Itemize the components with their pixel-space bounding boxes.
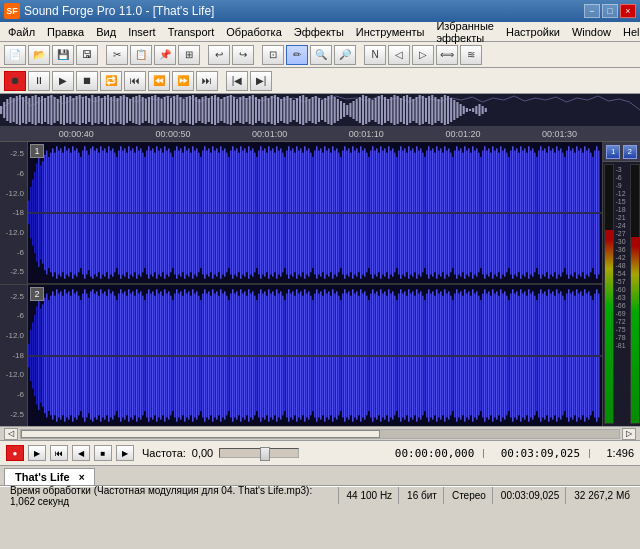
menu-settings[interactable]: Настройки — [500, 22, 566, 41]
copy-button[interactable]: 📋 — [130, 45, 152, 65]
svg-rect-141 — [438, 99, 440, 121]
channel2-waveform[interactable]: 2 — [28, 285, 602, 426]
save-all-button[interactable]: 🖫 — [76, 45, 98, 65]
svg-rect-108 — [334, 97, 336, 123]
spectrum[interactable]: ≋ — [460, 45, 482, 65]
waveform-channels[interactable]: 1 — [28, 142, 602, 426]
sample-count-display: 1:496 — [606, 447, 634, 459]
undo-button[interactable]: ↩ — [208, 45, 230, 65]
maximize-button[interactable]: □ — [602, 4, 618, 18]
scroll-left-btn[interactable]: ◁ — [4, 428, 18, 440]
normalize[interactable]: N — [364, 45, 386, 65]
svg-rect-37 — [110, 97, 112, 123]
bc-stop-btn[interactable]: ■ — [94, 445, 112, 461]
svg-rect-53 — [161, 99, 163, 121]
svg-rect-18 — [50, 95, 52, 125]
stop-button[interactable]: ⏹ — [76, 71, 98, 91]
db-label-ch1-5: -12.0 — [0, 228, 27, 237]
svg-rect-85 — [261, 97, 263, 123]
pencil-tool[interactable]: ✏ — [286, 45, 308, 65]
svg-rect-119 — [368, 98, 370, 122]
meter-btn-1[interactable]: 1 — [606, 145, 620, 159]
menu-view[interactable]: Вид — [90, 22, 122, 41]
svg-rect-111 — [343, 103, 345, 117]
svg-rect-98 — [302, 95, 304, 125]
save-button[interactable]: 💾 — [52, 45, 74, 65]
menu-process[interactable]: Обработка — [220, 22, 287, 41]
svg-rect-19 — [54, 97, 56, 123]
scroll-right-btn[interactable]: ▷ — [622, 428, 636, 440]
new-button[interactable]: 📄 — [4, 45, 26, 65]
paste-special[interactable]: ⊞ — [178, 45, 200, 65]
freq-thumb[interactable] — [260, 447, 270, 461]
svg-rect-64 — [195, 97, 197, 123]
freq-slider[interactable] — [219, 448, 299, 458]
scroll-thumb[interactable] — [21, 430, 380, 438]
db-label-ch1-top: -2.5 — [0, 149, 27, 158]
file-tab[interactable]: That's Life × — [4, 468, 95, 485]
svg-rect-99 — [305, 97, 307, 123]
menu-tools[interactable]: Инструменты — [350, 22, 431, 41]
menu-effects[interactable]: Эффекты — [288, 22, 350, 41]
fade-in[interactable]: ◁ — [388, 45, 410, 65]
tab-close[interactable]: × — [79, 472, 85, 483]
db-label-ch2-bot: -2.5 — [0, 410, 27, 419]
go-start[interactable]: |◀ — [226, 71, 248, 91]
bc-play-btn[interactable]: ▶ — [28, 445, 46, 461]
channel1-waveform[interactable]: 1 — [28, 142, 602, 285]
reverse[interactable]: ⟺ — [436, 45, 458, 65]
go-end[interactable]: ▶| — [250, 71, 272, 91]
svg-rect-16 — [44, 98, 46, 122]
total-time-display: 00:03:09,025 — [501, 447, 580, 460]
menu-edit[interactable]: Правка — [41, 22, 90, 41]
play-pause[interactable]: ⏸ — [28, 71, 50, 91]
db-label-ch1-6: -6 — [0, 248, 27, 257]
select-all[interactable]: ⊡ — [262, 45, 284, 65]
menu-fav-effects[interactable]: Избранные эффекты — [430, 22, 500, 41]
fade-out[interactable]: ▷ — [412, 45, 434, 65]
menu-help[interactable]: Help — [617, 22, 640, 41]
redo-button[interactable]: ↪ — [232, 45, 254, 65]
svg-rect-133 — [412, 99, 414, 121]
next-mark[interactable]: ⏩ — [172, 71, 194, 91]
menu-file[interactable]: Файл — [2, 22, 41, 41]
menu-transport[interactable]: Transport — [162, 22, 221, 41]
svg-rect-46 — [138, 95, 140, 125]
svg-rect-149 — [463, 106, 465, 114]
bc-record-btn[interactable]: ● — [6, 445, 24, 461]
close-button[interactable]: × — [620, 4, 636, 18]
record-button[interactable]: ⏺ — [4, 71, 26, 91]
open-button[interactable]: 📂 — [28, 45, 50, 65]
minimize-button[interactable]: − — [584, 4, 600, 18]
rewind-button[interactable]: ⏮ — [124, 71, 146, 91]
menu-window[interactable]: Window — [566, 22, 617, 41]
svg-rect-3 — [3, 102, 5, 118]
play-button[interactable]: ▶ — [52, 71, 74, 91]
bc-prev-btn[interactable]: ◀ — [72, 445, 90, 461]
overview-waveform[interactable]: // Generate pseudo-random waveform bars … — [0, 94, 640, 126]
ff-button[interactable]: ⏭ — [196, 71, 218, 91]
menu-insert[interactable]: Insert — [122, 22, 162, 41]
svg-rect-89 — [274, 95, 276, 125]
freq-slider-container[interactable] — [219, 448, 299, 458]
svg-rect-40 — [120, 96, 122, 124]
paste-button[interactable]: 📌 — [154, 45, 176, 65]
svg-rect-135 — [419, 95, 421, 125]
db-label-ch1-2: -6 — [0, 169, 27, 178]
svg-rect-69 — [211, 96, 213, 124]
magnify-tool[interactable]: 🔍 — [310, 45, 332, 65]
menu-bar: Файл Правка Вид Insert Transport Обработ… — [0, 22, 640, 42]
svg-rect-112 — [346, 105, 348, 115]
svg-rect-100 — [308, 99, 310, 121]
h-scrollbar[interactable] — [20, 429, 620, 439]
zoom-in[interactable]: 🔎 — [334, 45, 356, 65]
meter-btn-2[interactable]: 2 — [623, 145, 637, 159]
play-looped[interactable]: 🔁 — [100, 71, 122, 91]
cut-button[interactable]: ✂ — [106, 45, 128, 65]
bc-ff-btn[interactable]: ▶ — [116, 445, 134, 461]
prev-mark[interactable]: ⏪ — [148, 71, 170, 91]
bottom-controls: ● ▶ ⏮ ◀ ■ ▶ Частота: 0,00 00:00:00,000 |… — [0, 440, 640, 466]
svg-rect-137 — [425, 98, 427, 122]
status-bar: Время обработки (Частотная модуляция для… — [0, 486, 640, 504]
bc-rewind-btn[interactable]: ⏮ — [50, 445, 68, 461]
